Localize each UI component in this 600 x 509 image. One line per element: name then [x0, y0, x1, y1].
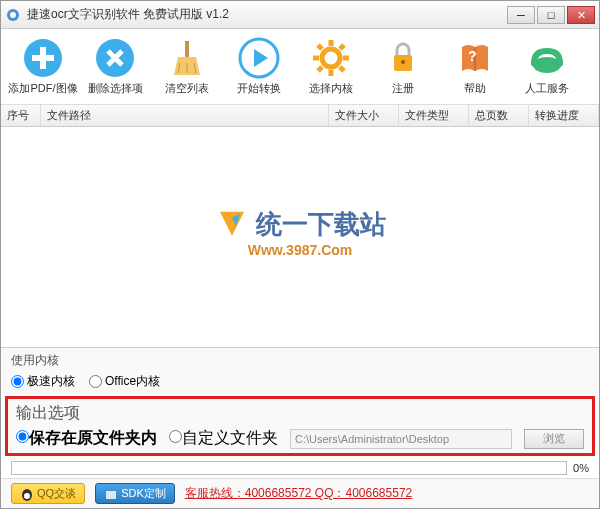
- progress-percent: 0%: [573, 462, 589, 474]
- toolbar-label: 开始转换: [237, 81, 281, 96]
- help-button[interactable]: ? 帮助: [441, 35, 509, 98]
- browse-button[interactable]: 浏览: [524, 429, 584, 449]
- output-path-input[interactable]: [290, 429, 512, 449]
- add-file-button[interactable]: 添加PDF/图像: [9, 35, 77, 98]
- window-controls: ─ □ ✕: [507, 6, 595, 24]
- kernel-button[interactable]: 选择内核: [297, 35, 365, 98]
- lock-icon: [382, 37, 424, 79]
- table-header: 序号 文件路径 文件大小 文件类型 总页数 转换进度: [1, 105, 599, 127]
- svg-rect-4: [32, 55, 54, 61]
- qq-chat-button[interactable]: QQ交谈: [11, 483, 85, 504]
- delete-icon: [94, 37, 136, 79]
- col-type[interactable]: 文件类型: [399, 105, 469, 126]
- svg-point-25: [531, 59, 539, 67]
- col-size[interactable]: 文件大小: [329, 105, 399, 126]
- maximize-button[interactable]: □: [537, 6, 565, 24]
- toolbar-label: 人工服务: [525, 81, 569, 96]
- clear-button[interactable]: 清空列表: [153, 35, 221, 98]
- toolbar-label: 添加PDF/图像: [8, 81, 77, 96]
- progress-row: 0%: [1, 458, 599, 478]
- sdk-button[interactable]: SDK定制: [95, 483, 175, 504]
- kernel-office-radio[interactable]: Office内核: [89, 373, 160, 390]
- svg-line-19: [340, 45, 344, 49]
- svg-line-16: [318, 45, 322, 49]
- svg-point-21: [401, 60, 405, 64]
- phone-icon: [526, 37, 568, 79]
- start-button[interactable]: 开始转换: [225, 35, 293, 98]
- register-button[interactable]: 注册: [369, 35, 437, 98]
- output-custom-folder-radio[interactable]: 自定义文件夹: [169, 428, 278, 449]
- kernel-title: 使用内核: [11, 352, 589, 369]
- watermark-name: 统一下载站: [256, 206, 386, 241]
- titlebar: 捷速ocr文字识别软件 免费试用版 v1.2 ─ □ ✕: [1, 1, 599, 29]
- toolbar-label: 帮助: [464, 81, 486, 96]
- hotline-link[interactable]: 客服热线：4006685572 QQ：4006685572: [185, 485, 412, 502]
- svg-line-18: [318, 67, 322, 71]
- toolbar-label: 选择内核: [309, 81, 353, 96]
- col-progress[interactable]: 转换进度: [529, 105, 599, 126]
- watermark-url: Www.3987.Com: [214, 242, 386, 258]
- toolbar-label: 删除选择项: [88, 81, 143, 96]
- svg-rect-6: [185, 41, 189, 59]
- plus-icon: [22, 37, 64, 79]
- col-index[interactable]: 序号: [1, 105, 41, 126]
- window-title: 捷速ocr文字识别软件 免费试用版 v1.2: [27, 6, 507, 23]
- service-button[interactable]: 人工服务: [513, 35, 581, 98]
- svg-point-28: [24, 493, 30, 499]
- minimize-button[interactable]: ─: [507, 6, 535, 24]
- svg-point-11: [322, 49, 340, 67]
- svg-point-1: [10, 12, 16, 18]
- qq-icon: [20, 487, 34, 501]
- svg-point-26: [555, 59, 563, 67]
- svg-line-17: [340, 67, 344, 71]
- close-button[interactable]: ✕: [567, 6, 595, 24]
- app-icon: [5, 7, 21, 23]
- box-icon: [104, 487, 118, 501]
- output-same-folder-radio[interactable]: 保存在原文件夹内: [16, 428, 157, 449]
- kernel-panel: 使用内核 极速内核 Office内核: [1, 347, 599, 394]
- file-list[interactable]: 统一下载站 Www.3987.Com: [1, 127, 599, 347]
- output-title: 输出选项: [16, 403, 584, 424]
- toolbar: 添加PDF/图像 删除选择项 清空列表 开始转换 选择内核 注册 ? 帮助 人工: [1, 29, 599, 105]
- book-icon: ?: [454, 37, 496, 79]
- col-pages[interactable]: 总页数: [469, 105, 529, 126]
- app-window: 捷速ocr文字识别软件 免费试用版 v1.2 ─ □ ✕ 添加PDF/图像 删除…: [0, 0, 600, 509]
- svg-rect-29: [106, 491, 116, 499]
- logo-icon: [214, 206, 250, 242]
- broom-icon: [166, 37, 208, 79]
- progress-bar: [11, 461, 567, 475]
- delete-button[interactable]: 删除选择项: [81, 35, 149, 98]
- gear-icon: [310, 37, 352, 79]
- kernel-fast-radio[interactable]: 极速内核: [11, 373, 75, 390]
- watermark: 统一下载站 Www.3987.Com: [214, 206, 386, 258]
- col-path[interactable]: 文件路径: [41, 105, 329, 126]
- toolbar-label: 注册: [392, 81, 414, 96]
- footer: QQ交谈 SDK定制 客服热线：4006685572 QQ：4006685572: [1, 478, 599, 508]
- output-panel: 输出选项 保存在原文件夹内 自定义文件夹 浏览: [5, 396, 595, 456]
- svg-text:?: ?: [468, 48, 477, 64]
- play-icon: [238, 37, 280, 79]
- toolbar-label: 清空列表: [165, 81, 209, 96]
